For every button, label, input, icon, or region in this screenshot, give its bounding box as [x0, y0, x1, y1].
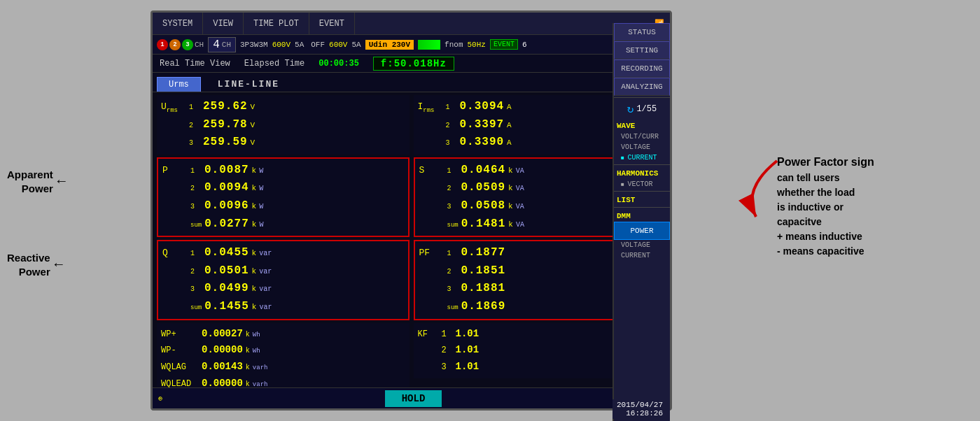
s-unit-3: k — [508, 201, 513, 213]
q-unit3b: var — [259, 284, 272, 295]
tab-row: Urms LINE-LINE — [153, 73, 670, 92]
s-unit3b: VA — [516, 201, 524, 213]
energy-row-wp-minus: WP- 0.00000 k Wh — [161, 342, 405, 359]
wave-icon: ↻ — [627, 102, 634, 116]
q-unit-1: k — [252, 248, 257, 260]
s-unitsumb: VA — [516, 220, 524, 231]
hold-button[interactable]: HOLD — [385, 390, 442, 407]
q-sub-2: 2 — [190, 266, 202, 278]
nav-system[interactable]: SYSTEM — [153, 13, 203, 34]
setting-btn[interactable]: SETTING — [614, 41, 670, 59]
harmonics-section-label: HARMONICS — [614, 166, 670, 179]
kf-label: KF — [418, 327, 439, 341]
urms-row-2: 2 259.78 V — [161, 116, 405, 134]
wqlag-label: WQLAG — [161, 360, 199, 374]
q-sub-sum: sum — [190, 303, 202, 313]
device-screen: SYSTEM VIEW TIME PLOT EVENT 📶 1 2 3 CH 4… — [150, 10, 672, 411]
sidebar-voltage-item[interactable]: VOLTAGE — [614, 240, 670, 250]
fnom-label: fnom — [444, 41, 463, 49]
s-unit2b: VA — [516, 183, 524, 194]
apparent-power-arrow: ← — [57, 173, 66, 190]
nav-event[interactable]: EVENT — [309, 13, 355, 34]
irms-unit-2: A — [507, 120, 512, 132]
wave-counter: ↻ 1/55 — [614, 99, 670, 119]
kf-val-2: 1.01 — [456, 342, 479, 359]
p-unit-sum: k — [252, 219, 257, 231]
sidebar-current-item[interactable]: CURRENT — [614, 250, 670, 261]
vector-item[interactable]: VECTOR — [614, 179, 670, 190]
p-val-1: 0.0087 — [204, 162, 249, 180]
ch1-circle: 1 — [157, 39, 168, 50]
hz-label: 50Hz — [467, 41, 485, 49]
q-sub-3: 3 — [190, 284, 202, 295]
elapsed-time: 00:00:35 — [318, 59, 359, 69]
urms-val-3: 259.59 — [203, 134, 248, 152]
q-val-3: 0.0499 — [204, 280, 249, 298]
nav-view[interactable]: VIEW — [203, 13, 244, 34]
wqlag-unit: k — [246, 362, 250, 373]
s-sub-1: 1 — [447, 166, 458, 177]
voltage-item[interactable]: VOLTAGE — [614, 142, 670, 152]
pf-sub-1: 1 — [447, 248, 458, 259]
urms-val-1: 259.62 — [203, 98, 248, 116]
wp-minus-unit2: Wh — [253, 346, 260, 357]
ch-label: CH — [195, 41, 204, 49]
irms-sub-2: 2 — [446, 120, 457, 131]
urms-unit-3: V — [251, 137, 255, 150]
nav-time-plot[interactable]: TIME PLOT — [244, 13, 309, 34]
irms-unit-3: A — [507, 137, 512, 150]
recording-btn[interactable]: RECORDING — [614, 59, 670, 78]
s-val-2: 0.0509 — [461, 179, 506, 197]
apparent-power-group: Apparent Power ← — [7, 168, 154, 195]
irms-val-3: 0.3390 — [460, 134, 505, 152]
v1: 600V — [272, 41, 290, 49]
q-row-2: 2 0.0501 kvar — [162, 262, 404, 280]
pf-label: PF — [419, 246, 444, 261]
tab-urms[interactable]: Urms — [157, 77, 201, 92]
datetime-display: 2015/04/27 16:28:26 — [612, 399, 667, 419]
dmm-label: DMM — [614, 209, 670, 222]
pf-val-sum: 0.1869 — [461, 298, 506, 316]
ch3-circle: 3 — [182, 39, 193, 50]
left-data: Urms 1 259.62 V 2 259.78 V 3 259.5 — [157, 95, 410, 387]
q-val-sum: 0.1455 — [204, 298, 249, 316]
urms-block: Urms 1 259.62 V 2 259.78 V 3 259.5 — [157, 95, 410, 155]
p-sub-1: 1 — [190, 166, 202, 177]
status-btn[interactable]: STATUS — [614, 23, 670, 41]
irms-val-1: 0.3094 — [460, 98, 505, 116]
s-sub-3: 3 — [447, 201, 458, 213]
kf-sub-2: 2 — [442, 343, 453, 357]
irms-sub-3: 3 — [446, 138, 457, 149]
p-val-3: 0.0096 — [204, 197, 249, 215]
annotation-title: Power Factor sign — [777, 154, 973, 171]
main-container: Apparent Power ← Reactive Power ← SYSTEM… — [0, 0, 980, 421]
time-display: 16:28:26 — [617, 409, 663, 418]
tab-line-line: LINE-LINE — [204, 77, 293, 92]
p-unitsumb: W — [259, 220, 263, 231]
s-val-1: 0.0464 — [461, 162, 506, 180]
s-sub-2: 2 — [447, 183, 458, 194]
green-bar — [418, 40, 440, 50]
p-sub-sum: sum — [190, 220, 202, 230]
current-item[interactable]: CURRENT — [614, 152, 670, 163]
analyzing-btn[interactable]: ANALYZING — [614, 78, 670, 96]
kf-sub-3: 3 — [442, 360, 453, 374]
urms-unit-2: V — [251, 120, 255, 132]
p-unit-2: k — [252, 183, 257, 195]
volt-curr-item[interactable]: VOLT/CURR — [614, 131, 670, 142]
q-val-2: 0.0501 — [204, 262, 249, 280]
urms-sub-1: 1 — [189, 102, 200, 113]
wp-minus-val: 0.00000 — [202, 342, 243, 359]
p-row-1: P 1 0.0087 kW — [162, 162, 404, 180]
q-block: Q 1 0.0455 kvar 2 0.0501 kvar 3 0. — [157, 240, 410, 320]
s-val-sum: 0.1481 — [461, 215, 506, 234]
rtv-row: Real Time View Elapsed Time 00:00:35 f:5… — [153, 55, 670, 73]
pf-sub-sum: sum — [447, 303, 458, 313]
urms-sub-3: 3 — [189, 138, 200, 149]
v2: 600V — [329, 41, 347, 49]
q-sub-1: 1 — [190, 248, 202, 259]
q-unit-3: k — [252, 283, 257, 296]
power-btn[interactable]: POWER — [614, 222, 670, 240]
a2: 5A — [351, 41, 360, 49]
elapsed-label: Elapsed Time — [244, 59, 304, 69]
